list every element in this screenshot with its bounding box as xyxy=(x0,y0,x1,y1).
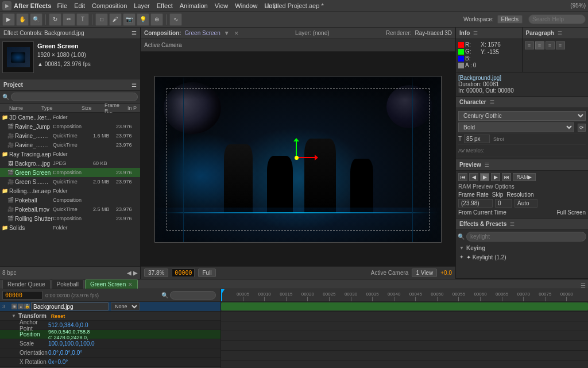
b-swatch xyxy=(458,56,464,62)
skip-value[interactable] xyxy=(495,199,512,208)
menu-layer[interactable]: Layer xyxy=(130,0,153,12)
font-size-input[interactable] xyxy=(464,135,490,143)
character-close[interactable]: ☰ xyxy=(490,99,494,105)
preview-first[interactable]: ⏮ xyxy=(458,173,467,181)
tool-paint[interactable]: 🖌 xyxy=(109,13,122,26)
lock-icon[interactable]: 🔒 xyxy=(24,304,30,309)
menu-animation[interactable]: Animation xyxy=(176,0,211,12)
tool-pen[interactable]: ✏ xyxy=(63,13,75,26)
tool-rotate[interactable]: ↻ xyxy=(49,13,61,26)
project-menu[interactable]: ☰ xyxy=(131,82,137,88)
preview-prev[interactable]: ◀ xyxy=(469,173,478,181)
menu-window[interactable]: Window xyxy=(231,0,261,12)
vis-icon[interactable]: ● xyxy=(18,304,24,309)
position-value[interactable]: 960.0,540.0,758.8 xyxy=(48,329,90,335)
file-item-1[interactable]: 🎬 Ravine_Jump Composition 23.976 xyxy=(0,122,140,131)
preview-last[interactable]: ⏭ xyxy=(502,173,511,181)
comp-close[interactable]: ✕ xyxy=(234,30,239,36)
tab-render-queue[interactable]: Render Queue xyxy=(2,279,51,289)
zoom-btn[interactable]: 37.8% xyxy=(144,269,168,277)
file-item-10[interactable]: 🎥 Pokeball.mov QuickTime 2.5 MB 23.976 xyxy=(0,205,140,214)
file-item-4[interactable]: 📁 Ray Tracing.aep Folder xyxy=(0,150,140,159)
workspace-value[interactable]: Effects xyxy=(497,15,523,24)
timeline-ruler[interactable]: 0000500010000150002000025000300003500040… xyxy=(221,289,588,302)
menu-view[interactable]: View xyxy=(211,0,232,12)
transform-reset[interactable]: Reset xyxy=(51,313,65,319)
tool-select[interactable]: ▶ xyxy=(2,13,15,26)
help-search[interactable] xyxy=(528,14,586,24)
xrotation-value[interactable]: 0x+0.0° xyxy=(48,359,68,365)
tool-light[interactable]: 💡 xyxy=(137,13,149,26)
tool-shape[interactable]: □ xyxy=(95,13,108,26)
character-title: Character xyxy=(459,99,486,105)
file-item-7[interactable]: 🎥 Green S....mov QuickTime 2.0 MB 23.976 xyxy=(0,177,140,186)
menu-effect[interactable]: Effect xyxy=(153,0,176,12)
file-item-5[interactable]: 🖼 Backgro....jpg JPEG 60 KB xyxy=(0,159,140,168)
orientation-value[interactable]: 0.0°,0.0°,0.0° xyxy=(48,350,82,356)
preview-header: Preview ☰ xyxy=(456,159,588,171)
align-right[interactable]: ≡ xyxy=(546,41,555,49)
info-close[interactable]: ☰ xyxy=(473,30,478,36)
renderer-value: Ray-traced 3D xyxy=(415,30,452,36)
align-justify[interactable]: ≡ xyxy=(556,41,565,49)
file-item-3[interactable]: 🎥 Ravine_....mov QuickTime 23.976 xyxy=(0,140,140,150)
timeline-menu[interactable]: ☰ xyxy=(581,282,586,289)
font-select[interactable]: Century Gothic xyxy=(458,111,586,121)
preview-next[interactable]: ▶ xyxy=(491,173,500,181)
full-screen-label: Full Screen xyxy=(556,209,586,216)
menu-file[interactable]: File xyxy=(53,0,71,12)
project-search-input[interactable] xyxy=(11,93,138,101)
playhead[interactable] xyxy=(221,289,222,301)
style-select[interactable]: Bold xyxy=(458,122,574,132)
a-swatch xyxy=(458,63,464,68)
tab-green-screen[interactable]: Green Screen ✕ xyxy=(85,279,138,289)
effects-title: Effects & Presets xyxy=(459,221,506,227)
comp-viewer[interactable] xyxy=(141,52,455,266)
effects-search-input[interactable] xyxy=(466,232,586,241)
comp-label: Composition: xyxy=(144,30,181,36)
tool-hand[interactable]: ✋ xyxy=(16,13,29,26)
size-label: T xyxy=(458,136,462,142)
frame-rate-value[interactable] xyxy=(458,199,493,208)
preview-close[interactable]: ☰ xyxy=(485,162,489,168)
tool-zoom[interactable]: 🔍 xyxy=(30,13,42,26)
scale-value[interactable]: 100.0,100.0,100.0 xyxy=(48,340,95,347)
effect-keylight[interactable]: ✦ ✦ Keylight (1.2) xyxy=(456,252,588,262)
menu-composition[interactable]: Composition xyxy=(88,0,130,12)
tool-text[interactable]: T xyxy=(76,13,89,26)
menu-edit[interactable]: Edit xyxy=(71,0,88,12)
quality-btn[interactable]: Full xyxy=(198,269,215,277)
file-item-6[interactable]: 🎬 Green Screen Composition 23.976 xyxy=(0,168,140,177)
transform-label: Transform xyxy=(18,313,47,319)
views-btn[interactable]: 1 View xyxy=(412,269,437,277)
tab-pokeball[interactable]: Pokeball xyxy=(52,279,84,289)
parent-select[interactable]: None xyxy=(111,302,140,310)
expand-arrow: ▼ xyxy=(459,246,464,251)
char-icon[interactable]: ⟳ xyxy=(578,124,586,132)
paragraph-close[interactable]: ☰ xyxy=(558,30,562,36)
file-item-12[interactable]: 📁 Solids Folder xyxy=(0,223,140,232)
position-value2[interactable]: c: 2478.0,2428.0, xyxy=(48,335,90,340)
preview-play[interactable]: ▶ xyxy=(480,173,489,181)
item-controls-menu[interactable]: ☰ xyxy=(131,30,137,36)
tool-puppet[interactable]: ∿ xyxy=(169,13,182,26)
green-screen-tab-close[interactable]: ✕ xyxy=(128,282,133,288)
timeline-search-input[interactable] xyxy=(170,291,216,300)
file-item-2[interactable]: 🎥 Ravine_....mov QuickTime 1.6 MB 23.976 xyxy=(0,131,140,140)
file-item-11[interactable]: 🎬 Rolling Shutter Composition 23.976 xyxy=(0,214,140,223)
comp-dropdown[interactable]: ▼ xyxy=(224,30,230,36)
layer-row-3[interactable]: 3 ◉ ● 🔒 None xyxy=(0,302,220,312)
preview-ram[interactable]: RAM▶ xyxy=(513,173,536,181)
align-left[interactable]: ≡ xyxy=(525,41,534,49)
file-item-0[interactable]: 📁 3D Came...ker.aep Folder xyxy=(0,113,140,122)
layer-name-input[interactable] xyxy=(31,302,109,310)
file-item-8[interactable]: 📁 Rolling....ter.aep Folder xyxy=(0,186,140,195)
effects-close[interactable]: ☰ xyxy=(510,221,514,227)
align-center[interactable]: ≡ xyxy=(535,41,544,49)
solo-icon[interactable]: ◉ xyxy=(11,304,17,309)
tool-camera[interactable]: 📷 xyxy=(123,13,136,26)
tool-null[interactable]: ⊕ xyxy=(150,13,163,26)
file-item-9[interactable]: 🎬 Pokeball Composition xyxy=(0,195,140,205)
anchor-point-value[interactable]: 512.0,384.0,0.0 xyxy=(48,322,88,328)
resolution-value[interactable] xyxy=(514,199,537,208)
